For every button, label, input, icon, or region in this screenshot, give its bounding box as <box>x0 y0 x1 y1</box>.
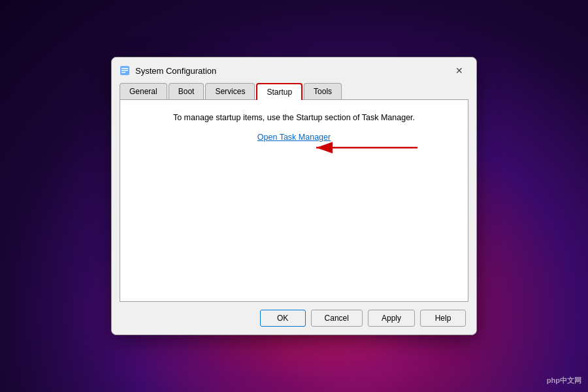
tab-startup[interactable]: Startup <box>256 83 302 100</box>
title-bar-left: System Configuration <box>120 65 216 76</box>
title-bar: System Configuration ✕ <box>112 57 476 77</box>
close-button[interactable]: ✕ <box>450 64 468 77</box>
open-task-manager-link[interactable]: Open Task Manager <box>133 133 455 142</box>
apply-button[interactable]: Apply <box>368 310 415 327</box>
footer: OK Cancel Apply Help <box>112 302 476 335</box>
system-configuration-dialog: System Configuration ✕ General Boot Serv… <box>111 57 477 335</box>
watermark: php中文网 <box>547 376 581 385</box>
ok-button[interactable]: OK <box>260 310 306 327</box>
tab-bar: General Boot Services Startup Tools <box>112 77 476 99</box>
svg-rect-2 <box>122 70 128 71</box>
tab-services[interactable]: Services <box>205 83 255 100</box>
window-title: System Configuration <box>135 66 216 76</box>
tab-boot[interactable]: Boot <box>169 83 204 100</box>
svg-rect-1 <box>122 68 128 69</box>
help-button[interactable]: Help <box>420 310 466 327</box>
content-area: To manage startup items, use the Startup… <box>120 99 468 302</box>
tab-tools[interactable]: Tools <box>304 83 342 100</box>
tab-general[interactable]: General <box>120 83 167 100</box>
window-icon <box>120 65 130 76</box>
svg-rect-3 <box>122 72 125 73</box>
cancel-button[interactable]: Cancel <box>311 310 363 327</box>
startup-message: To manage startup items, use the Startup… <box>133 113 455 122</box>
